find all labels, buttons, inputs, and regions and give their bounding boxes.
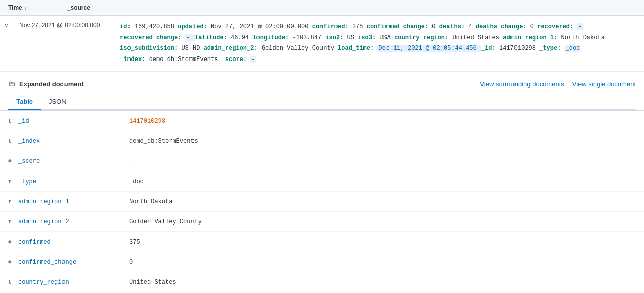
field-value: Golden Valley County <box>129 218 636 225</box>
folder-icon: 🗁 <box>8 80 15 88</box>
expanded-title: 🗁 Expanded document <box>8 80 84 88</box>
view-single-doc-link[interactable]: View single document <box>572 80 636 88</box>
row-time: Nov 27, 2021 @ 02:00:00.000 <box>15 16 116 71</box>
field-name: admin_region_2 <box>18 218 129 225</box>
table-row: tadmin_region_1North Dakota <box>0 192 644 212</box>
tab-table[interactable]: Table <box>8 94 41 110</box>
field-name: confirmed <box>18 239 129 246</box>
field-table: t_id1417010298t_indexdemo_db:StormEvents… <box>0 111 644 292</box>
field-name: _type <box>18 178 129 185</box>
field-name: _index <box>18 138 129 145</box>
tab-json[interactable]: JSON <box>41 94 75 110</box>
field-type: t <box>8 199 18 205</box>
row-toggle[interactable]: ∨ <box>0 16 15 71</box>
field-type: t <box>8 219 18 225</box>
table-row: t_type_doc <box>0 171 644 192</box>
document-row: ∨ Nov 27, 2021 @ 02:00:00.000 id: 169,42… <box>0 16 644 72</box>
table-row: #confirmed375 <box>0 232 644 252</box>
field-value: demo_db:StormEvents <box>129 138 636 145</box>
sort-icon: ↓ <box>24 5 27 11</box>
expanded-header: 🗁 Expanded document View surrounding doc… <box>8 80 636 88</box>
field-value: 375 <box>129 239 636 246</box>
expanded-title-text: Expanded document <box>19 80 84 88</box>
field-name: _id <box>18 118 129 125</box>
table-row: t_indexdemo_db:StormEvents <box>0 131 644 151</box>
table-row: t_id1417010298 <box>0 111 644 131</box>
time-column-header[interactable]: Time ↓ <box>8 4 27 11</box>
field-type: t <box>8 279 18 285</box>
field-name: country_region <box>18 279 129 286</box>
field-value: 0 <box>129 259 636 266</box>
tabs-bar: Table JSON <box>8 94 636 110</box>
field-value: _doc <box>129 178 636 185</box>
time-header-label: Time <box>8 4 22 11</box>
table-row: #confirmed_change0 <box>0 252 644 272</box>
source-column-header: _source <box>67 4 90 11</box>
field-name: admin_region_1 <box>18 198 129 205</box>
table-row: tadmin_region_2Golden Valley County <box>0 212 644 232</box>
field-name: _score <box>18 158 129 165</box>
expanded-actions: View surrounding documents View single d… <box>480 80 636 88</box>
view-surrounding-docs-link[interactable]: View surrounding documents <box>480 80 564 88</box>
field-value: 1417010298 <box>129 118 636 125</box>
field-type: t <box>8 138 18 144</box>
expanded-document-section: 🗁 Expanded document View surrounding doc… <box>0 72 644 111</box>
row-source: id: 169,420,858 updated: Nov 27, 2021 @ … <box>116 16 644 71</box>
field-value: - <box>129 158 636 165</box>
table-header: Time ↓ _source <box>0 0 644 16</box>
field-type: t <box>8 118 18 124</box>
source-header-label: _source <box>67 4 90 11</box>
field-value: North Dakota <box>129 198 636 205</box>
field-type: # <box>8 158 18 164</box>
table-row: tcountry_regionUnited States <box>0 272 644 292</box>
field-name: confirmed_change <box>18 259 129 266</box>
field-type: t <box>8 179 18 185</box>
field-value: United States <box>129 279 636 286</box>
field-type: # <box>8 239 18 245</box>
table-row: #_score- <box>0 151 644 171</box>
field-type: # <box>8 259 18 265</box>
